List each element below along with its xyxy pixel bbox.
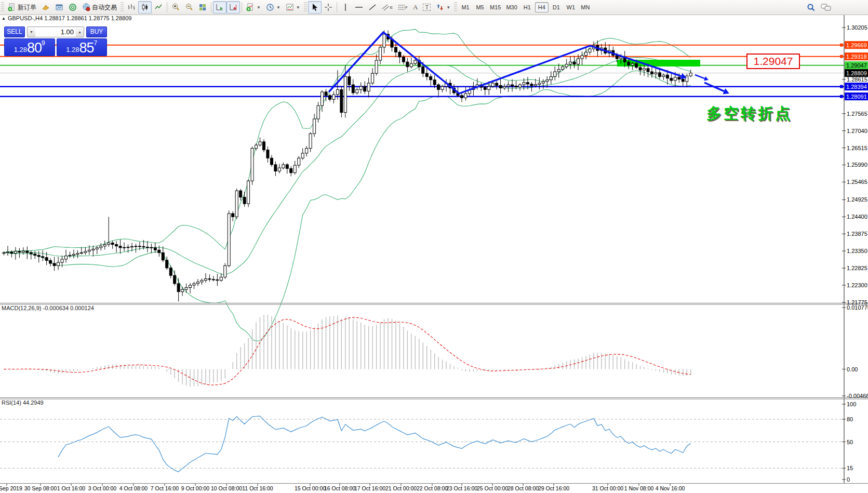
toolbar-grip[interactable] [304,2,307,12]
crosshair-tool-button[interactable] [322,1,335,14]
candle-body [511,85,514,86]
candle-body [620,57,622,59]
buy-price-big-digits: 85 [79,41,94,55]
candle-body [550,76,552,79]
candle-body [154,248,156,250]
indicators-button[interactable]: ▼ [244,1,263,14]
level-line-handle[interactable] [840,55,843,58]
fibonacci-tool-button[interactable]: F [395,1,410,14]
chat-button[interactable] [818,1,834,14]
equidistant-channel-tool-button[interactable]: E [379,1,395,14]
timeframe-button-d1[interactable]: D1 [550,2,563,12]
line-chart-mode-button[interactable] [152,1,165,14]
tile-windows-button[interactable] [196,1,209,14]
timeframe-button-m15[interactable]: M15 [488,2,503,12]
toolbar-grip[interactable] [121,2,124,12]
cursor-tool-button[interactable] [308,1,322,14]
trend-arrow-shaft[interactable] [695,75,705,78]
timeframe-button-h4[interactable]: H4 [535,2,549,12]
new-order-label: 新订单 [18,3,36,12]
arrows-icon [436,3,444,11]
chart-shift-button[interactable] [226,1,240,14]
candle-body [239,191,242,197]
trendline-tool-button[interactable] [366,1,379,14]
text-label-tool-button[interactable]: T [420,1,433,14]
candle-body [662,75,665,76]
candle-body [305,149,308,153]
chart-canvas[interactable]: 1.302051.286151.275651.270401.265151.259… [0,0,868,493]
horizontal-line-tool-button[interactable] [352,1,366,14]
price-callout[interactable]: 1.29047 [746,54,800,69]
vertical-line-tool-button[interactable] [339,1,352,14]
candle-body [96,248,98,249]
timeframe-button-h1[interactable]: H1 [520,2,534,12]
candle-body [84,251,87,253]
autotrading-button[interactable]: 自动交易 [79,1,119,14]
timeframe-button-mn[interactable]: MN [579,2,592,12]
price-axis-label: 1.28615 [847,76,867,83]
candle-body [282,165,285,168]
timeframe-button-m5[interactable]: M5 [473,2,487,12]
new-window-button[interactable] [52,1,66,14]
zoom-in-button[interactable] [169,1,182,14]
candle-body [127,247,129,248]
collapse-triangle-icon[interactable]: ▲ [2,16,6,21]
candle-body [441,86,444,89]
candle-body [674,77,676,81]
toolbar-grip[interactable] [1,2,4,12]
rsi-axis-label: 100 [847,401,856,407]
toolbar-grip[interactable] [454,2,457,12]
candle-body [247,181,250,204]
candle-body [562,67,564,70]
zoom-out-button[interactable] [182,1,196,14]
timeframe-button-w1[interactable]: W1 [564,2,578,12]
price-axis-label: 1.27565 [847,111,867,117]
new-order-button[interactable]: 新订单 [5,1,39,14]
candle-body [204,279,207,281]
rsi-axis-label: 0 [847,476,850,483]
market-watch-button[interactable] [39,1,52,14]
level-line-handle[interactable] [840,95,843,98]
dropdown-caret: ▼ [296,5,300,10]
candle-body [270,158,273,165]
level-line-handle[interactable] [840,44,843,47]
sell-price-display[interactable]: 1.28809 [4,38,55,56]
bar-chart-mode-button[interactable] [125,1,138,14]
price-axis-label: 1.25465 [847,179,867,185]
candlestick-mode-button[interactable] [138,1,152,14]
candle-body [503,86,506,88]
data-center-button[interactable] [66,1,79,14]
candle-body [542,82,544,83]
candle-body [464,94,467,98]
arrows-tool-button[interactable]: ▼ [433,1,453,14]
candle-body [146,247,149,248]
toolbar: 新订单 自动交易 [0,0,868,15]
periods-button[interactable]: ▼ [263,1,283,14]
candle-body [577,59,580,64]
candle-body [647,69,649,72]
search-button[interactable] [804,1,818,14]
bollinger-middle-band [4,58,691,275]
volume-input[interactable] [35,27,76,37]
buy-button[interactable]: BUY [86,26,107,37]
text-tool-button[interactable]: A [410,1,420,14]
zoom-in-icon [171,3,180,11]
candle-body [655,73,657,74]
candle-body [278,168,281,171]
volume-decrease-button[interactable]: ▼ [28,27,35,37]
rsi-axis-label: 80 [847,416,853,422]
templates-button[interactable]: ▼ [283,1,303,14]
candle-body [526,83,529,84]
time-axis-label: 9 Oct 00:00 [181,485,209,491]
timeframe-button-m30[interactable]: M30 [504,2,519,12]
auto-scroll-button[interactable] [213,1,226,14]
sell-button[interactable]: SELL [4,26,25,37]
candle-body [460,96,463,98]
new-order-icon [8,3,16,11]
level-line-handle[interactable] [840,85,843,88]
candle-body [507,85,510,86]
timeframe-button-m1[interactable]: M1 [459,2,472,12]
volume-increase-button[interactable]: ▲ [76,27,84,37]
turning-point-annotation[interactable]: 多空转折点 [706,103,792,124]
buy-price-display[interactable]: 1.28857 [57,38,108,56]
